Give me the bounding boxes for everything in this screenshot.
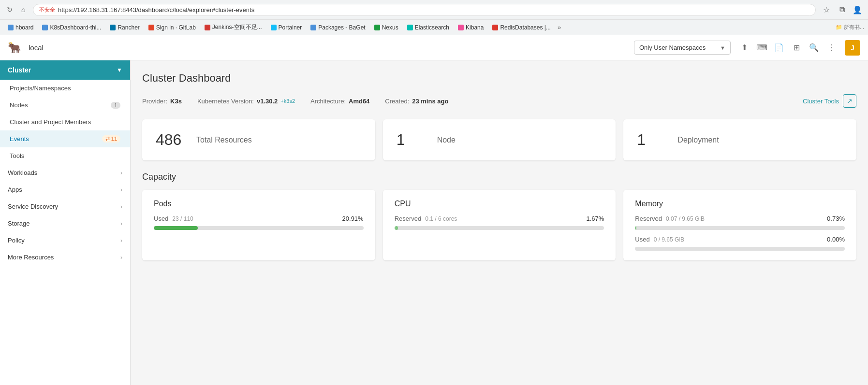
- capacity-percent: 20.91%: [342, 215, 364, 222]
- sidebar: Cluster ▼ Projects/Namespaces Nodes 1 Cl…: [0, 60, 131, 385]
- provider-value: K3s: [170, 98, 182, 105]
- bookmarks-bar: hboard K8sDashboard-thi... Rancher Sign …: [0, 19, 868, 35]
- capacity-cards-row: Pods Used 23 / 110 20.91% CPU: [142, 190, 856, 260]
- capacity-row-item: Reserved 0.1 / 6 cores 1.67%: [395, 215, 604, 222]
- created-value: 23 mins ago: [412, 98, 448, 105]
- bookmarks-more[interactable]: »: [558, 24, 561, 31]
- sidebar-item-nodes[interactable]: Nodes 1: [0, 97, 130, 114]
- stat-number: 1: [397, 131, 426, 149]
- bookmarks-folder[interactable]: 📁 所有书...: [836, 24, 864, 31]
- search-button[interactable]: 🔍: [806, 40, 822, 56]
- sidebar-item-tools[interactable]: Tools: [0, 147, 130, 164]
- app-title: local: [29, 43, 44, 52]
- kubernetes-label: Kubernetes Version:: [197, 98, 254, 105]
- provider-label: Provider:: [142, 98, 167, 105]
- cluster-tools-area: Cluster Tools ↗: [803, 94, 856, 108]
- bookmark-label: Nexus: [382, 24, 398, 31]
- bookmark-favicon: [492, 25, 498, 30]
- sidebar-section-workloads[interactable]: Workloads ›: [0, 164, 130, 181]
- bookmark-redis[interactable]: RedisDatabases |...: [488, 23, 555, 32]
- storage-chevron-icon: ›: [120, 220, 122, 227]
- upload-button[interactable]: ⬆: [736, 40, 752, 56]
- bookmark-baget[interactable]: Packages - BaGet: [307, 23, 369, 32]
- policy-chevron-icon: ›: [120, 237, 122, 244]
- bookmark-rancher[interactable]: Rancher: [106, 23, 143, 32]
- user-avatar[interactable]: J: [845, 40, 860, 56]
- bookmark-jenkins[interactable]: Jenkins-空间不足...: [201, 22, 266, 33]
- bookmark-favicon: [205, 25, 210, 30]
- sidebar-cluster-header[interactable]: Cluster ▼: [0, 60, 130, 80]
- main-area: Cluster ▼ Projects/Namespaces Nodes 1 Cl…: [0, 60, 868, 385]
- sidebar-section-service-discovery[interactable]: Service Discovery ›: [0, 198, 130, 215]
- grid-button[interactable]: ⊞: [789, 40, 804, 56]
- created-label: Created:: [385, 98, 409, 105]
- created-info: Created: 23 mins ago: [385, 98, 448, 105]
- browser-toolbar: ↻ ⌂ 不安全 https://192.168.31.167:8443/dash…: [0, 0, 868, 19]
- sidebar-section-more-resources[interactable]: More Resources ›: [0, 249, 130, 266]
- stats-row: 486 Total Resources 1 Node 1 Deployment: [142, 119, 856, 160]
- stat-card-node: 1 Node: [383, 119, 616, 160]
- cpu-progress-fill: [395, 226, 398, 230]
- bookmark-favicon: [374, 25, 380, 30]
- bookmark-favicon: [310, 25, 316, 30]
- service-discovery-chevron-icon: ›: [120, 203, 122, 210]
- sidebar-section-label: Apps: [8, 186, 22, 193]
- bookmark-gitlab[interactable]: Sign in · GitLab: [145, 23, 200, 32]
- reload-button[interactable]: ↻: [4, 4, 15, 15]
- stat-label: Node: [437, 136, 456, 144]
- stat-number: 486: [156, 131, 185, 149]
- more-menu-button[interactable]: ⋮: [824, 40, 839, 56]
- sidebar-section-apps[interactable]: Apps ›: [0, 181, 130, 198]
- capacity-percent: 1.67%: [586, 215, 604, 222]
- bookmark-kibana[interactable]: Kibana: [454, 23, 487, 32]
- main-content: Cluster Dashboard Provider: K3s Kubernet…: [131, 60, 868, 385]
- sidebar-section-label: Storage: [8, 220, 30, 227]
- terminal-button[interactable]: ⌨: [754, 40, 769, 56]
- bookmark-label: Sign in · GitLab: [156, 24, 196, 31]
- extensions-button[interactable]: ⧉: [835, 3, 849, 16]
- sidebar-item-label: Nodes: [10, 101, 28, 109]
- sidebar-section-label: Service Discovery: [8, 203, 58, 210]
- browser-nav-buttons: ↻ ⌂: [4, 4, 29, 15]
- sidebar-item-projects-namespaces[interactable]: Projects/Namespaces: [0, 80, 130, 97]
- architecture-info: Architecture: Amd64: [310, 98, 369, 105]
- profile-button[interactable]: 👤: [851, 3, 864, 16]
- file-button[interactable]: 📄: [771, 40, 787, 56]
- bookmark-k8sdashboard[interactable]: K8sDashboard-thi...: [38, 23, 105, 32]
- bookmark-favicon: [110, 25, 116, 30]
- bookmark-hboard[interactable]: hboard: [4, 23, 37, 32]
- bookmark-label: Rancher: [118, 24, 139, 31]
- capacity-values: 0 / 9.65 GiB: [654, 236, 684, 243]
- capacity-label: Used: [154, 215, 168, 222]
- bookmark-favicon: [42, 25, 48, 30]
- sidebar-item-cluster-members[interactable]: Cluster and Project Members: [0, 114, 130, 130]
- capacity-percent: 0.00%: [827, 236, 845, 243]
- bookmark-elasticsearch[interactable]: Elasticsearch: [403, 23, 453, 32]
- sidebar-item-label: Events: [10, 135, 29, 143]
- capacity-values: 0.07 / 9.65 GiB: [666, 215, 705, 222]
- app: 🐂 local Only User Namespaces ▼ ⬆ ⌨ 📄 ⊞ 🔍…: [0, 35, 868, 385]
- capacity-label: Used: [635, 236, 649, 243]
- capacity-values: 23 / 110: [172, 215, 193, 222]
- bookmark-nexus[interactable]: Nexus: [370, 23, 402, 32]
- capacity-section: Capacity Pods Used 23 / 110 20.91%: [142, 172, 856, 260]
- star-button[interactable]: ☆: [820, 3, 833, 16]
- namespace-selector[interactable]: Only User Namespaces ▼: [634, 41, 731, 55]
- cluster-tools-button[interactable]: Cluster Tools: [803, 98, 839, 105]
- app-header: 🐂 local Only User Namespaces ▼ ⬆ ⌨ 📄 ⊞ 🔍…: [0, 35, 868, 60]
- security-indicator: 不安全: [39, 6, 55, 14]
- cluster-chevron-icon: ▼: [117, 67, 122, 73]
- cluster-tools-external-button[interactable]: ↗: [843, 94, 856, 108]
- home-button[interactable]: ⌂: [17, 4, 29, 15]
- bookmark-label: Jenkins-空间不足...: [212, 23, 262, 31]
- bookmark-portainer[interactable]: Portainer: [267, 23, 306, 32]
- memory-reserved-progress-fill: [635, 226, 636, 230]
- address-bar[interactable]: 不安全 https://192.168.31.167:8443/dashboar…: [33, 4, 816, 16]
- sidebar-section-storage[interactable]: Storage ›: [0, 215, 130, 232]
- capacity-label: Reserved: [635, 215, 662, 222]
- header-icon-buttons: ⬆ ⌨ 📄 ⊞ 🔍 ⋮: [736, 40, 839, 56]
- stat-label: Deployment: [677, 136, 719, 144]
- sidebar-section-label: Workloads: [8, 169, 37, 176]
- sidebar-section-policy[interactable]: Policy ›: [0, 232, 130, 249]
- sidebar-item-events[interactable]: Events ⇄ 11: [0, 130, 130, 147]
